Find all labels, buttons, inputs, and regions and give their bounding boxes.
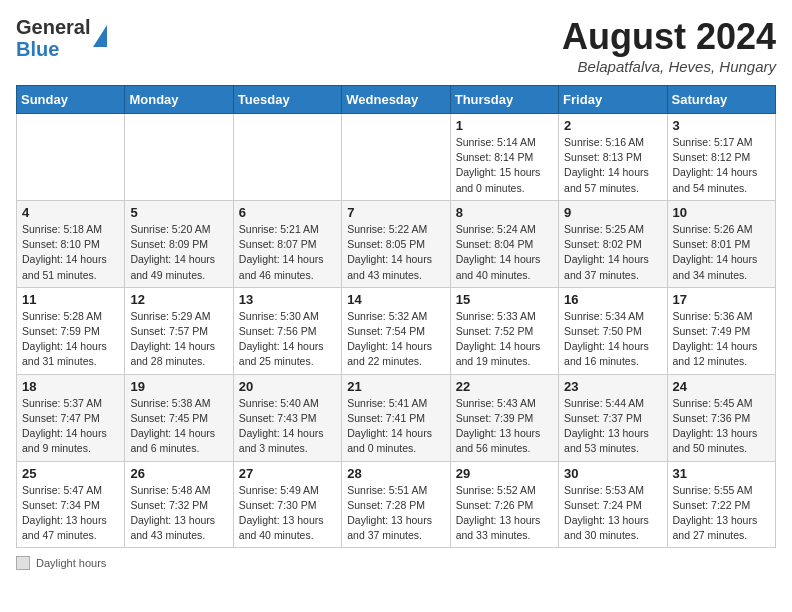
calendar-cell-12: 12Sunrise: 5:29 AM Sunset: 7:57 PM Dayli… <box>125 287 233 374</box>
day-info: Sunrise: 5:24 AM Sunset: 8:04 PM Dayligh… <box>456 222 553 283</box>
day-number: 13 <box>239 292 336 307</box>
calendar-cell-4: 4Sunrise: 5:18 AM Sunset: 8:10 PM Daylig… <box>17 200 125 287</box>
calendar-week-row-4: 18Sunrise: 5:37 AM Sunset: 7:47 PM Dayli… <box>17 374 776 461</box>
calendar-day-header-friday: Friday <box>559 86 667 114</box>
calendar-cell-21: 21Sunrise: 5:41 AM Sunset: 7:41 PM Dayli… <box>342 374 450 461</box>
footer-box-icon <box>16 556 30 570</box>
day-number: 3 <box>673 118 770 133</box>
calendar-week-row-1: 1Sunrise: 5:14 AM Sunset: 8:14 PM Daylig… <box>17 114 776 201</box>
day-number: 9 <box>564 205 661 220</box>
calendar-cell-15: 15Sunrise: 5:33 AM Sunset: 7:52 PM Dayli… <box>450 287 558 374</box>
calendar-cell-29: 29Sunrise: 5:52 AM Sunset: 7:26 PM Dayli… <box>450 461 558 548</box>
day-number: 6 <box>239 205 336 220</box>
day-info: Sunrise: 5:52 AM Sunset: 7:26 PM Dayligh… <box>456 483 553 544</box>
day-number: 17 <box>673 292 770 307</box>
day-number: 7 <box>347 205 444 220</box>
day-info: Sunrise: 5:36 AM Sunset: 7:49 PM Dayligh… <box>673 309 770 370</box>
day-number: 15 <box>456 292 553 307</box>
day-info: Sunrise: 5:26 AM Sunset: 8:01 PM Dayligh… <box>673 222 770 283</box>
day-info: Sunrise: 5:47 AM Sunset: 7:34 PM Dayligh… <box>22 483 119 544</box>
day-info: Sunrise: 5:18 AM Sunset: 8:10 PM Dayligh… <box>22 222 119 283</box>
day-number: 10 <box>673 205 770 220</box>
day-number: 31 <box>673 466 770 481</box>
calendar-cell-16: 16Sunrise: 5:34 AM Sunset: 7:50 PM Dayli… <box>559 287 667 374</box>
day-number: 8 <box>456 205 553 220</box>
calendar-day-header-wednesday: Wednesday <box>342 86 450 114</box>
calendar-cell-empty <box>17 114 125 201</box>
page-header: General Blue August 2024 Belapatfalva, H… <box>16 16 776 75</box>
calendar-table: SundayMondayTuesdayWednesdayThursdayFrid… <box>16 85 776 548</box>
calendar-cell-13: 13Sunrise: 5:30 AM Sunset: 7:56 PM Dayli… <box>233 287 341 374</box>
day-info: Sunrise: 5:38 AM Sunset: 7:45 PM Dayligh… <box>130 396 227 457</box>
location-subtitle: Belapatfalva, Heves, Hungary <box>562 58 776 75</box>
day-info: Sunrise: 5:34 AM Sunset: 7:50 PM Dayligh… <box>564 309 661 370</box>
day-number: 2 <box>564 118 661 133</box>
day-number: 18 <box>22 379 119 394</box>
day-number: 20 <box>239 379 336 394</box>
day-number: 4 <box>22 205 119 220</box>
calendar-footer: Daylight hours <box>16 556 776 570</box>
day-number: 30 <box>564 466 661 481</box>
day-info: Sunrise: 5:32 AM Sunset: 7:54 PM Dayligh… <box>347 309 444 370</box>
calendar-header-row: SundayMondayTuesdayWednesdayThursdayFrid… <box>17 86 776 114</box>
calendar-cell-20: 20Sunrise: 5:40 AM Sunset: 7:43 PM Dayli… <box>233 374 341 461</box>
calendar-cell-14: 14Sunrise: 5:32 AM Sunset: 7:54 PM Dayli… <box>342 287 450 374</box>
day-info: Sunrise: 5:29 AM Sunset: 7:57 PM Dayligh… <box>130 309 227 370</box>
calendar-cell-22: 22Sunrise: 5:43 AM Sunset: 7:39 PM Dayli… <box>450 374 558 461</box>
calendar-cell-6: 6Sunrise: 5:21 AM Sunset: 8:07 PM Daylig… <box>233 200 341 287</box>
calendar-cell-17: 17Sunrise: 5:36 AM Sunset: 7:49 PM Dayli… <box>667 287 775 374</box>
day-number: 16 <box>564 292 661 307</box>
month-year-title: August 2024 <box>562 16 776 58</box>
day-number: 1 <box>456 118 553 133</box>
calendar-cell-24: 24Sunrise: 5:45 AM Sunset: 7:36 PM Dayli… <box>667 374 775 461</box>
calendar-cell-1: 1Sunrise: 5:14 AM Sunset: 8:14 PM Daylig… <box>450 114 558 201</box>
logo-blue: Blue <box>16 38 59 60</box>
calendar-week-row-5: 25Sunrise: 5:47 AM Sunset: 7:34 PM Dayli… <box>17 461 776 548</box>
calendar-day-header-saturday: Saturday <box>667 86 775 114</box>
day-info: Sunrise: 5:20 AM Sunset: 8:09 PM Dayligh… <box>130 222 227 283</box>
day-info: Sunrise: 5:45 AM Sunset: 7:36 PM Dayligh… <box>673 396 770 457</box>
day-info: Sunrise: 5:30 AM Sunset: 7:56 PM Dayligh… <box>239 309 336 370</box>
calendar-cell-30: 30Sunrise: 5:53 AM Sunset: 7:24 PM Dayli… <box>559 461 667 548</box>
calendar-day-header-thursday: Thursday <box>450 86 558 114</box>
calendar-cell-9: 9Sunrise: 5:25 AM Sunset: 8:02 PM Daylig… <box>559 200 667 287</box>
calendar-cell-18: 18Sunrise: 5:37 AM Sunset: 7:47 PM Dayli… <box>17 374 125 461</box>
calendar-cell-26: 26Sunrise: 5:48 AM Sunset: 7:32 PM Dayli… <box>125 461 233 548</box>
day-info: Sunrise: 5:33 AM Sunset: 7:52 PM Dayligh… <box>456 309 553 370</box>
calendar-cell-28: 28Sunrise: 5:51 AM Sunset: 7:28 PM Dayli… <box>342 461 450 548</box>
day-number: 28 <box>347 466 444 481</box>
day-number: 29 <box>456 466 553 481</box>
calendar-cell-19: 19Sunrise: 5:38 AM Sunset: 7:45 PM Dayli… <box>125 374 233 461</box>
calendar-cell-7: 7Sunrise: 5:22 AM Sunset: 8:05 PM Daylig… <box>342 200 450 287</box>
logo-general: General <box>16 16 90 38</box>
calendar-cell-empty <box>342 114 450 201</box>
day-number: 27 <box>239 466 336 481</box>
day-number: 19 <box>130 379 227 394</box>
calendar-day-header-monday: Monday <box>125 86 233 114</box>
calendar-day-header-tuesday: Tuesday <box>233 86 341 114</box>
logo-triangle-icon <box>93 25 107 47</box>
calendar-cell-23: 23Sunrise: 5:44 AM Sunset: 7:37 PM Dayli… <box>559 374 667 461</box>
day-info: Sunrise: 5:21 AM Sunset: 8:07 PM Dayligh… <box>239 222 336 283</box>
calendar-cell-8: 8Sunrise: 5:24 AM Sunset: 8:04 PM Daylig… <box>450 200 558 287</box>
day-number: 5 <box>130 205 227 220</box>
day-info: Sunrise: 5:49 AM Sunset: 7:30 PM Dayligh… <box>239 483 336 544</box>
calendar-cell-11: 11Sunrise: 5:28 AM Sunset: 7:59 PM Dayli… <box>17 287 125 374</box>
calendar-cell-10: 10Sunrise: 5:26 AM Sunset: 8:01 PM Dayli… <box>667 200 775 287</box>
day-info: Sunrise: 5:55 AM Sunset: 7:22 PM Dayligh… <box>673 483 770 544</box>
calendar-cell-25: 25Sunrise: 5:47 AM Sunset: 7:34 PM Dayli… <box>17 461 125 548</box>
day-info: Sunrise: 5:53 AM Sunset: 7:24 PM Dayligh… <box>564 483 661 544</box>
calendar-day-header-sunday: Sunday <box>17 86 125 114</box>
day-info: Sunrise: 5:48 AM Sunset: 7:32 PM Dayligh… <box>130 483 227 544</box>
day-info: Sunrise: 5:17 AM Sunset: 8:12 PM Dayligh… <box>673 135 770 196</box>
day-number: 12 <box>130 292 227 307</box>
calendar-cell-empty <box>233 114 341 201</box>
day-number: 26 <box>130 466 227 481</box>
day-info: Sunrise: 5:43 AM Sunset: 7:39 PM Dayligh… <box>456 396 553 457</box>
calendar-cell-empty <box>125 114 233 201</box>
day-number: 21 <box>347 379 444 394</box>
calendar-cell-27: 27Sunrise: 5:49 AM Sunset: 7:30 PM Dayli… <box>233 461 341 548</box>
day-number: 14 <box>347 292 444 307</box>
day-number: 22 <box>456 379 553 394</box>
day-info: Sunrise: 5:44 AM Sunset: 7:37 PM Dayligh… <box>564 396 661 457</box>
